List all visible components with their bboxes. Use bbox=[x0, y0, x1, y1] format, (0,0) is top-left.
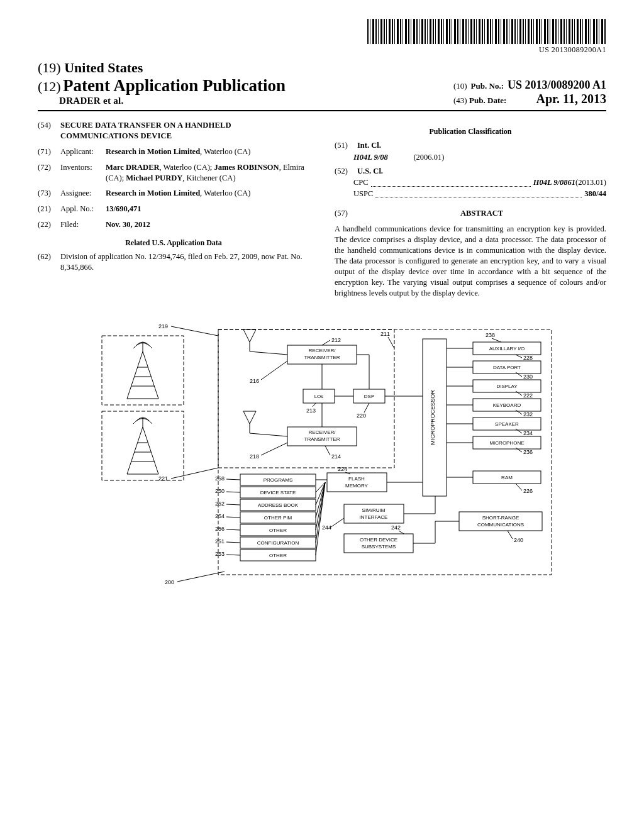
related-code: (62) bbox=[38, 252, 60, 273]
authors-line: DRADER et al. bbox=[38, 96, 286, 106]
applicant-loc: , Waterloo (CA) bbox=[200, 147, 250, 156]
inventors-value: Marc DRADER, Waterloo (CA); James ROBINS… bbox=[106, 162, 309, 184]
svg-text:242: 242 bbox=[391, 524, 401, 531]
svg-text:256: 256 bbox=[215, 526, 225, 532]
rx-tx-label: RECEIVER/ bbox=[308, 429, 336, 435]
classification-heading: Publication Classification bbox=[335, 126, 606, 136]
svg-text:236: 236 bbox=[523, 449, 533, 455]
figure-area: RECEIVER/ TRANSMITTER LOs DSP RECEIVER/ … bbox=[38, 317, 606, 594]
memory-stack: PROGRAMS DEVICE STATE ADDRESS BOOK OTHER… bbox=[240, 474, 316, 561]
device-antenna-icon bbox=[243, 411, 256, 433]
svg-text:216: 216 bbox=[250, 378, 259, 384]
otherpim-label: OTHER PIM bbox=[264, 515, 292, 521]
other2-label: OTHER bbox=[269, 553, 287, 558]
assignee-loc: , Waterloo (CA) bbox=[200, 189, 250, 197]
speaker-label: SPEAKER bbox=[495, 421, 519, 427]
svg-text:251: 251 bbox=[215, 538, 225, 545]
svg-text:218: 218 bbox=[250, 453, 259, 460]
country: United States bbox=[64, 60, 143, 75]
svg-text:244: 244 bbox=[322, 524, 331, 531]
addrbook-label: ADDRESS BOOK bbox=[258, 502, 299, 508]
display-label: DISPLAY bbox=[496, 384, 518, 389]
config-label: CONFIGURATION bbox=[257, 540, 299, 546]
dataport-label: DATA PORT bbox=[493, 365, 521, 370]
barcode bbox=[367, 19, 606, 44]
devstate-label: DEVICE STATE bbox=[260, 490, 296, 495]
assignee-name: Research in Motion Limited bbox=[106, 189, 200, 197]
antenna-tower-icon bbox=[127, 342, 158, 399]
inventor1-name: Marc DRADER bbox=[106, 163, 160, 172]
svg-text:234: 234 bbox=[523, 430, 533, 436]
svg-text:240: 240 bbox=[514, 537, 523, 543]
uscl-code: (52) bbox=[335, 166, 357, 177]
flash-label2: MEMORY bbox=[345, 483, 369, 489]
intcl-code: (51) bbox=[335, 140, 357, 151]
svg-text:214: 214 bbox=[331, 453, 341, 460]
abstract-code: (57) bbox=[335, 208, 357, 219]
programs-label: PROGRAMS bbox=[264, 477, 293, 483]
filed-code: (22) bbox=[38, 219, 60, 230]
flash-label: FLASH bbox=[348, 476, 365, 482]
svg-text:230: 230 bbox=[523, 374, 533, 380]
block-diagram: RECEIVER/ TRANSMITTER LOs DSP RECEIVER/ … bbox=[83, 317, 561, 594]
inventor3-loc: , Kitchener (CA) bbox=[182, 174, 235, 182]
assignee-code: (73) bbox=[38, 188, 60, 199]
ods-label2: SUBSYSTEMS bbox=[362, 544, 396, 550]
pubno-code: (10) bbox=[453, 81, 467, 91]
inventors-code: (72) bbox=[38, 162, 60, 184]
assignee-label: Assignee: bbox=[60, 188, 106, 199]
pubdate: Apr. 11, 2013 bbox=[536, 92, 606, 106]
header-left: (19) United States (12) Patent Applicati… bbox=[38, 60, 286, 106]
invention-title: SECURE DATA TRANSFER ON A HANDHELD COMMU… bbox=[60, 120, 309, 141]
svg-text:200: 200 bbox=[165, 579, 174, 585]
intcl-label: Int. Cl. bbox=[357, 140, 381, 151]
leader-dots bbox=[375, 197, 582, 197]
filed-label: Filed: bbox=[60, 219, 106, 230]
applicant-code: (71) bbox=[38, 147, 60, 157]
abstract-label: ABSTRACT bbox=[357, 208, 606, 219]
ods-label: OTHER DEVICE bbox=[360, 537, 397, 543]
los-label: LOs bbox=[314, 394, 324, 399]
sim-label: SIM/RUIM bbox=[362, 507, 386, 513]
cpc-val: H04L 9/0861 bbox=[533, 177, 575, 189]
microphone-label: MICROPHONE bbox=[489, 440, 524, 446]
applicant-label: Applicant: bbox=[60, 147, 106, 157]
intcl-class: H04L 9/08 bbox=[353, 153, 388, 162]
svg-text:219: 219 bbox=[158, 323, 168, 329]
applicant-value: Research in Motion Limited, Waterloo (CA… bbox=[106, 147, 309, 157]
bibliographic-columns: (54) SECURE DATA TRANSFER ON A HANDHELD … bbox=[38, 120, 606, 298]
svg-text:258: 258 bbox=[215, 475, 225, 482]
uscl-label: U.S. Cl. bbox=[357, 166, 383, 177]
svg-text:213: 213 bbox=[306, 407, 316, 414]
svg-text:232: 232 bbox=[523, 411, 533, 418]
shortrange-label2: COMMUNICATIONS bbox=[477, 522, 524, 528]
pubdate-label: Pub. Date: bbox=[469, 96, 506, 105]
applno-value: 13/690,471 bbox=[106, 204, 309, 214]
sim-label2: INTERFACE bbox=[360, 514, 388, 520]
rx-tx-label: TRANSMITTER bbox=[304, 436, 340, 442]
cpc-label: CPC bbox=[353, 177, 369, 189]
cpc-date: (2013.01) bbox=[575, 177, 606, 189]
svg-text:224: 224 bbox=[338, 466, 347, 472]
auxio-label: AUXILLARY I/O bbox=[489, 346, 525, 351]
svg-text:253: 253 bbox=[215, 551, 225, 557]
svg-text:221: 221 bbox=[158, 475, 168, 482]
svg-text:226: 226 bbox=[523, 488, 533, 494]
barcode-number: US 20130089200A1 bbox=[539, 45, 606, 55]
right-column: Publication Classification (51) Int. Cl.… bbox=[335, 120, 606, 298]
svg-text:252: 252 bbox=[215, 501, 225, 507]
antenna-tower-icon bbox=[127, 418, 158, 474]
rx-tx-label: TRANSMITTER bbox=[304, 355, 340, 360]
svg-text:250: 250 bbox=[215, 488, 225, 494]
doc-type-code: (12) bbox=[38, 79, 61, 94]
svg-text:220: 220 bbox=[357, 412, 366, 419]
filed-value: Nov. 30, 2012 bbox=[106, 219, 309, 230]
ram-label: RAM bbox=[501, 475, 513, 480]
rx-tx-label: RECEIVER/ bbox=[308, 348, 336, 353]
leader-dots bbox=[371, 186, 531, 187]
svg-text:211: 211 bbox=[380, 331, 390, 337]
applicant-name: Research in Motion Limited bbox=[106, 147, 200, 156]
pubdate-code: (43) bbox=[453, 96, 467, 105]
svg-text:238: 238 bbox=[486, 332, 495, 338]
pubno: US 2013/0089200 A1 bbox=[508, 79, 606, 92]
